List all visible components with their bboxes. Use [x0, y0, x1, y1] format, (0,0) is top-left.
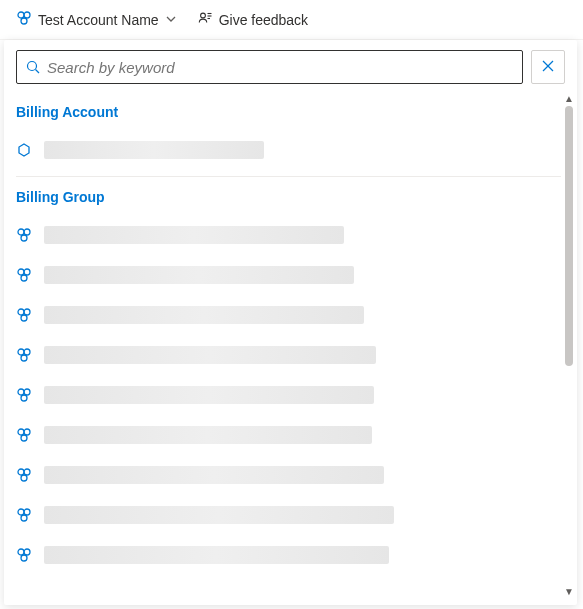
search-input[interactable]: [47, 59, 516, 76]
redacted-label: [44, 346, 376, 364]
svg-point-14: [21, 275, 27, 281]
billing-group-icon: [16, 427, 34, 443]
svg-point-2: [21, 18, 27, 24]
results-list: Billing Account Billing Group: [4, 92, 561, 599]
svg-point-20: [21, 355, 27, 361]
svg-point-29: [21, 475, 27, 481]
search-box[interactable]: [16, 50, 523, 84]
svg-point-28: [24, 469, 30, 475]
redacted-label: [44, 546, 389, 564]
results-wrap: Billing Account Billing Group ▲ ▼: [4, 92, 577, 599]
svg-point-33: [18, 549, 24, 555]
scroll-thumb[interactable]: [565, 106, 573, 366]
redacted-label: [44, 466, 384, 484]
redacted-label: [44, 141, 264, 159]
svg-point-19: [24, 349, 30, 355]
svg-marker-8: [19, 144, 29, 156]
redacted-label: [44, 426, 372, 444]
svg-point-9: [18, 229, 24, 235]
redacted-label: [44, 266, 354, 284]
svg-point-24: [18, 429, 24, 435]
feedback-button[interactable]: Give feedback: [189, 6, 317, 33]
svg-point-11: [21, 235, 27, 241]
billing-group-icon: [16, 10, 32, 29]
billing-group-icon: [16, 307, 34, 323]
section-header-billing-account: Billing Account: [16, 92, 561, 130]
list-item[interactable]: [16, 375, 561, 415]
svg-point-34: [24, 549, 30, 555]
search-icon: [25, 59, 41, 75]
account-selector-label: Test Account Name: [38, 12, 159, 28]
list-item[interactable]: [16, 295, 561, 335]
hexagon-icon: [16, 142, 34, 158]
chevron-down-icon: [165, 12, 177, 28]
redacted-label: [44, 386, 374, 404]
topbar: Test Account Name Give feedback: [0, 0, 583, 40]
svg-point-22: [24, 389, 30, 395]
search-row: [4, 50, 577, 92]
svg-point-26: [21, 435, 27, 441]
svg-point-12: [18, 269, 24, 275]
billing-group-icon: [16, 547, 34, 563]
scope-picker-dropdown: Billing Account Billing Group ▲ ▼: [4, 40, 577, 605]
clear-button[interactable]: [531, 50, 565, 84]
feedback-label: Give feedback: [219, 12, 309, 28]
svg-point-0: [18, 12, 24, 18]
list-item[interactable]: [16, 415, 561, 455]
svg-point-30: [18, 509, 24, 515]
billing-group-icon: [16, 387, 34, 403]
billing-group-icon: [16, 467, 34, 483]
list-item[interactable]: [16, 495, 561, 535]
svg-point-35: [21, 555, 27, 561]
svg-point-4: [28, 62, 37, 71]
svg-point-10: [24, 229, 30, 235]
redacted-label: [44, 506, 394, 524]
redacted-label: [44, 306, 364, 324]
feedback-icon: [197, 10, 213, 29]
svg-point-3: [200, 13, 205, 18]
section-header-billing-group: Billing Group: [16, 177, 561, 215]
list-item[interactable]: [16, 455, 561, 495]
svg-point-27: [18, 469, 24, 475]
svg-point-1: [24, 12, 30, 18]
redacted-label: [44, 226, 344, 244]
svg-point-23: [21, 395, 27, 401]
scroll-up-icon[interactable]: ▲: [564, 94, 574, 104]
svg-point-31: [24, 509, 30, 515]
billing-group-icon: [16, 227, 34, 243]
close-icon: [540, 58, 556, 77]
billing-group-icon: [16, 267, 34, 283]
svg-point-17: [21, 315, 27, 321]
billing-group-icon: [16, 507, 34, 523]
svg-point-25: [24, 429, 30, 435]
svg-line-5: [36, 70, 40, 74]
list-item[interactable]: [16, 130, 561, 170]
account-selector[interactable]: Test Account Name: [8, 6, 185, 33]
scrollbar[interactable]: ▲ ▼: [561, 92, 577, 599]
svg-point-32: [21, 515, 27, 521]
list-item[interactable]: [16, 255, 561, 295]
svg-point-15: [18, 309, 24, 315]
list-item[interactable]: [16, 215, 561, 255]
svg-point-13: [24, 269, 30, 275]
scroll-down-icon[interactable]: ▼: [564, 587, 574, 597]
list-item[interactable]: [16, 535, 561, 575]
scroll-track[interactable]: [565, 106, 573, 585]
list-item[interactable]: [16, 335, 561, 375]
svg-point-21: [18, 389, 24, 395]
billing-group-icon: [16, 347, 34, 363]
svg-point-16: [24, 309, 30, 315]
svg-point-18: [18, 349, 24, 355]
